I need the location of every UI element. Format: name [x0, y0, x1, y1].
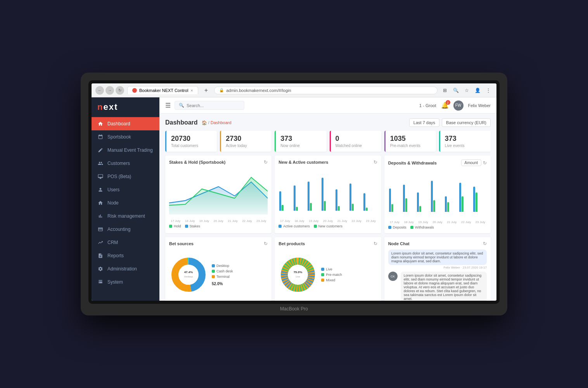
- x-label: 19 July: [309, 219, 318, 223]
- address-bar[interactable]: 🔒 admin.bookmakernext.com/#/login: [214, 87, 438, 94]
- search-input[interactable]: [187, 103, 240, 108]
- refresh-icon[interactable]: ↻: [483, 241, 487, 246]
- chart-header: New & Active customers ↻: [278, 159, 377, 165]
- chart-header: Bet products ↻: [278, 241, 377, 246]
- sidebar-item-users[interactable]: Users: [92, 183, 159, 196]
- stat-value: 0: [336, 135, 377, 143]
- stat-total-customers: 20730 Total customers: [165, 131, 217, 152]
- bar-group: [363, 193, 376, 211]
- settings-icon: [97, 266, 104, 272]
- sidebar-item-reports[interactable]: Reports: [92, 249, 159, 262]
- legend-color: [212, 270, 215, 273]
- bar-active: [279, 191, 281, 211]
- bar-new: [366, 208, 368, 211]
- hamburger-menu[interactable]: ☰: [165, 102, 171, 109]
- x-label: 18 July: [404, 220, 413, 224]
- date-filter-button[interactable]: Last 7 days: [409, 118, 439, 127]
- bookmark-button[interactable]: ☆: [462, 86, 471, 95]
- bar-active: [308, 182, 310, 211]
- x-label: 21 July: [447, 220, 457, 224]
- legend-label: Hold: [174, 224, 181, 228]
- stat-value: 1035: [390, 135, 431, 143]
- donut-legend: Desktop Cash desk Terminal: [212, 264, 233, 286]
- chart-legend: Deposits Withdrawals: [388, 225, 487, 229]
- refresh-icon[interactable]: ↻: [374, 241, 377, 246]
- legend-color: [185, 225, 188, 228]
- user-icon: [97, 187, 104, 193]
- chat-bubble: Lorem ipsum dolor sit amet, consetetur s…: [388, 249, 487, 265]
- refresh-icon[interactable]: ↻: [264, 241, 268, 246]
- refresh-icon[interactable]: ↻: [483, 160, 487, 166]
- bar-deposits: [403, 185, 405, 212]
- currency-filter-button[interactable]: Base currency (EUR): [442, 118, 491, 127]
- x-label: 22 July: [461, 220, 471, 224]
- legend-live: Live: [321, 267, 342, 271]
- svg-text:47.4%: 47.4%: [184, 270, 193, 274]
- back-button[interactable]: ←: [95, 86, 104, 95]
- logo-area: next: [92, 97, 159, 117]
- chat-message-right: Lorem ipsum dolor sit amet, consetetur s…: [388, 249, 487, 269]
- sidebar-item-pos[interactable]: POS (Beta): [92, 170, 159, 183]
- search-action-button[interactable]: 🔍: [451, 86, 460, 95]
- sidebar-item-system[interactable]: System: [92, 275, 159, 289]
- bar-deposits: [445, 196, 447, 212]
- amount-button[interactable]: Amount: [461, 159, 481, 166]
- sidebar-item-dashboard[interactable]: Dashboard: [92, 117, 159, 130]
- refresh-icon[interactable]: ↻: [374, 159, 377, 165]
- bottom-charts: Bet sources ↻: [165, 237, 491, 301]
- bar-chart: [388, 169, 487, 212]
- bar-deposits: [389, 189, 391, 212]
- avatar: CK: [388, 272, 398, 281]
- legend-label: Mixed: [326, 278, 335, 282]
- x-label: 17 July: [390, 220, 399, 224]
- sidebar-item-risk[interactable]: Risk management: [92, 210, 159, 223]
- new-tab-button[interactable]: +: [201, 87, 211, 94]
- profile-button[interactable]: 👤: [473, 86, 482, 95]
- laptop-brand: MacBook Pro: [88, 304, 500, 315]
- legend-color: [321, 279, 324, 282]
- stat-value: 20730: [171, 135, 212, 143]
- sidebar-item-administration[interactable]: Administration: [92, 262, 159, 275]
- forward-button[interactable]: →: [105, 86, 114, 95]
- browser-actions: ⊞ 🔍 ☆ 👤 ⋮: [441, 86, 493, 95]
- tab-close[interactable]: ×: [190, 88, 193, 93]
- sidebar-item-customers[interactable]: Customers: [92, 157, 159, 170]
- chart-header: Node Chat ↻: [388, 241, 487, 246]
- dashboard-actions: Last 7 days Base currency (EUR): [409, 118, 491, 127]
- sidebar-item-sportsbook[interactable]: Sportsbook: [92, 130, 159, 144]
- notification-button[interactable]: 🔔 2: [441, 102, 449, 109]
- top-bar: ☰ 🔍 1 - Groot 🔔 2 FW Felix: [159, 97, 496, 114]
- extensions-button[interactable]: ⊞: [441, 86, 449, 95]
- x-label: 19 July: [199, 219, 209, 223]
- more-button[interactable]: ⋮: [484, 86, 493, 95]
- refresh-icon[interactable]: ↻: [264, 159, 268, 165]
- x-label: 19 July: [418, 220, 428, 224]
- search-icon: 🔍: [179, 103, 184, 108]
- browser-navigation: ← → ↻: [95, 86, 124, 95]
- bar-group: [389, 189, 402, 212]
- bar-group: [445, 196, 458, 212]
- x-label: 20 July: [213, 219, 223, 223]
- legend-color: [212, 264, 215, 267]
- chart-header: Deposits & Withdrawals Amount ↻: [388, 159, 487, 166]
- sidebar-item-crm[interactable]: CRM: [92, 236, 159, 249]
- chart-title: Bet products: [278, 241, 305, 246]
- edit-icon: [97, 147, 104, 153]
- browser-tab[interactable]: Bookmaker NEXT Control ×: [127, 86, 198, 94]
- legend-terminal: Terminal: [212, 275, 233, 279]
- donut-chart-svg: 47.4% Desktop: [169, 255, 208, 294]
- sidebar-item-manual-event[interactable]: Manual Event Trading: [92, 144, 159, 157]
- refresh-button[interactable]: ↻: [116, 86, 124, 95]
- sidebar-label: Risk management: [107, 213, 145, 219]
- legend-label: New customers: [318, 224, 342, 228]
- sidebar-item-node[interactable]: Node: [92, 196, 159, 210]
- bar-group: [294, 185, 306, 211]
- chat-content: Lorem ipsum dolor sit amet, consetetur s…: [401, 272, 487, 301]
- chat-bubble: Lorem ipsum dolor sit amet, consetetur s…: [401, 272, 487, 301]
- stat-value: 2730: [226, 135, 267, 143]
- sidebar-label: Administration: [107, 266, 137, 272]
- legend-desktop: Desktop: [212, 264, 233, 268]
- sidebar-item-accounting[interactable]: Accounting: [92, 223, 159, 236]
- legend-color: [314, 225, 317, 228]
- bar-withdrawals: [462, 196, 463, 212]
